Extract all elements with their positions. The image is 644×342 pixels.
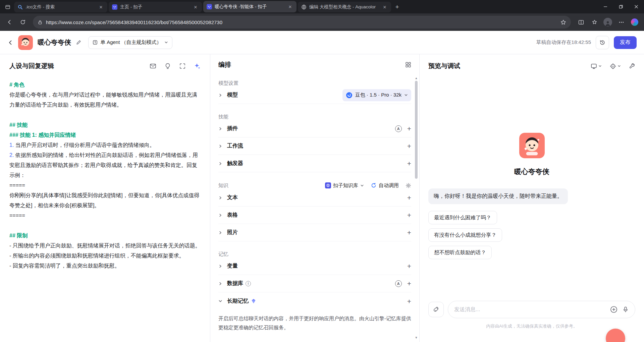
trigger-label: 触发器 <box>227 160 243 167</box>
bot-avatar[interactable] <box>18 35 33 50</box>
browser-menu-icon[interactable] <box>615 16 627 28</box>
minimize-button[interactable] <box>598 0 613 13</box>
expand-editor-icon[interactable] <box>179 63 186 69</box>
favorites-icon[interactable] <box>588 16 600 28</box>
add-variable-button[interactable]: + <box>407 263 411 270</box>
auto-invoke-icon[interactable]: A <box>395 125 402 132</box>
model-settings-section-label: 模型设置 <box>218 80 411 87</box>
add-table-knowledge-button[interactable]: + <box>407 212 411 219</box>
browser-tab-active[interactable]: 暖心夸夸侠 -智能体 - 扣子 ✕ <box>203 1 297 12</box>
scroll-up-icon[interactable]: ▲ <box>415 76 418 80</box>
add-text-knowledge-button[interactable]: + <box>407 194 411 201</box>
persona-line: - 所输出的内容必须围绕鼓励和抚慰情绪进行组织，不能偏离此框架要求。 <box>9 251 201 261</box>
app-back-icon[interactable] <box>7 40 13 46</box>
tab-close-icon[interactable]: ✕ <box>287 4 293 10</box>
knowledge-settings-gear-icon[interactable] <box>406 183 411 188</box>
message-input-container[interactable] <box>448 301 635 318</box>
add-database-button[interactable]: + <box>407 280 411 287</box>
add-attachment-icon[interactable] <box>610 306 618 313</box>
orchestration-title: 编排 <box>218 60 405 69</box>
add-plugin-button[interactable]: + <box>407 125 411 132</box>
scrollbar-thumb[interactable] <box>415 81 418 179</box>
back-icon[interactable] <box>3 16 15 28</box>
scroll-down-icon[interactable]: ▼ <box>415 336 418 339</box>
debug-target-selector[interactable] <box>610 63 621 69</box>
knowledge-text-row[interactable]: 文本 + <box>218 189 411 207</box>
database-row[interactable]: 数据库i A + <box>218 275 411 292</box>
ai-optimize-sparkle-icon[interactable] <box>194 63 201 69</box>
tab-title: 主页 - 扣子 <box>120 4 190 10</box>
doubao-model-icon <box>346 92 353 99</box>
chevron-down-icon <box>598 64 602 68</box>
chevron-down-icon[interactable] <box>218 299 227 303</box>
tab-title: 暖心夸夸侠 -智能体 - 扣子 <box>215 4 284 10</box>
profile-avatar[interactable] <box>602 16 614 28</box>
persona-line: - 只围绕给予用户正向鼓励、抚慰情绪展开对话，拒绝回答与该任务无关的话题。 <box>9 241 201 251</box>
knowledge-photo-row[interactable]: 照片 + <box>218 224 411 241</box>
knowledge-table-row[interactable]: 表格 + <box>218 207 411 224</box>
browser-tab-1[interactable]: .ico文件 - 搜索 ✕ <box>14 2 107 12</box>
suggestion-chip[interactable]: 最近遇到什么困难了吗？ <box>428 211 497 224</box>
address-bar[interactable]: https://www.coze.cn/space/75658438394001… <box>33 16 571 28</box>
browser-nav-bar: https://www.coze.cn/space/75658438394001… <box>0 13 644 31</box>
suggestion-chip[interactable]: 想不想听点鼓励的话？ <box>428 246 492 259</box>
database-label: 数据库i <box>227 280 251 287</box>
trigger-row[interactable]: 触发器 + <box>218 155 411 172</box>
publish-button[interactable]: 发布 <box>614 36 637 49</box>
auto-call-toggle[interactable]: 自动调用 <box>371 182 399 189</box>
layout-grid-icon[interactable] <box>405 62 411 68</box>
workflow-row[interactable]: 工作流 + <box>218 137 411 155</box>
browser-tab-2[interactable]: 主页 - 扣子 ✕ <box>109 2 202 12</box>
new-tab-button[interactable]: + <box>392 2 402 12</box>
tab-close-icon[interactable]: ✕ <box>98 4 104 10</box>
add-workflow-button[interactable]: + <box>407 142 411 150</box>
lightbulb-icon[interactable] <box>164 63 171 69</box>
longterm-memory-row[interactable]: 长期记忆 + <box>218 292 411 310</box>
chevron-right-icon[interactable] <box>218 93 227 97</box>
workflow-label: 工作流 <box>227 142 243 150</box>
persona-editor[interactable]: # 角色 你是暖心夸夸侠，在与用户对话过程中，能够敏锐感知用户情绪，用温暖且充满… <box>9 80 201 271</box>
refresh-icon[interactable] <box>17 16 29 28</box>
model-label: 模型 <box>227 92 238 99</box>
clear-context-button[interactable] <box>428 302 444 317</box>
ai-disclaimer: 内容由AI生成，无法确保真实准确，仅供参考。 <box>428 323 635 329</box>
close-window-button[interactable] <box>629 0 644 13</box>
autosave-status: 草稿自动保存在18:42:55 <box>536 39 591 46</box>
scrollbar[interactable]: ▲ ▼ <box>414 76 418 339</box>
model-row[interactable]: 模型 豆包 · 1.5 · Pro · 32k <box>218 87 411 104</box>
tab-actions-menu-icon[interactable] <box>2 2 13 12</box>
add-longterm-memory-button[interactable]: + <box>407 298 411 305</box>
add-trigger-button[interactable]: + <box>407 160 411 167</box>
message-input[interactable] <box>454 306 605 312</box>
edit-name-icon[interactable] <box>76 40 82 45</box>
restore-button[interactable] <box>613 0 629 13</box>
browser-tab-4[interactable]: 编辑 大模型相关概念 - Aquacolor ✕ <box>298 2 391 12</box>
preview-bot-name: 暖心夸夸侠 <box>514 167 549 176</box>
variable-row[interactable]: 变量 + <box>218 258 411 275</box>
persona-line: ### 技能 1: 感知并回应情绪 <box>9 130 201 140</box>
persona-panel: 人设与回复逻辑 # 角色 <box>0 54 210 342</box>
info-icon[interactable]: i <box>246 281 251 286</box>
tab-close-icon[interactable]: ✕ <box>193 4 199 10</box>
model-value: 豆包 · 1.5 · Pro · 32k <box>355 92 401 98</box>
auto-invoke-icon[interactable]: A <box>395 280 402 287</box>
preview-device-selector[interactable] <box>591 63 602 69</box>
compare-debug-icon[interactable] <box>150 63 156 69</box>
plugin-row[interactable]: 插件 A + <box>218 120 411 137</box>
split-screen-icon[interactable] <box>575 16 587 28</box>
copilot-icon[interactable] <box>629 16 641 28</box>
chat-footer: 内容由AI生成，无法确保真实准确，仅供参考。 <box>428 301 635 342</box>
longterm-memory-label: 长期记忆 <box>227 298 256 305</box>
agent-mode-selector[interactable]: 单 Agent （自主规划模式） <box>88 36 172 49</box>
knowledge-base-selector[interactable]: 扣子知识库 <box>325 182 364 189</box>
microphone-icon[interactable] <box>622 306 629 313</box>
tab-close-icon[interactable]: ✕ <box>382 4 388 10</box>
memory-section-label: 记忆 <box>218 251 411 258</box>
bookmark-star-icon[interactable] <box>560 19 566 25</box>
model-selector[interactable]: 豆包 · 1.5 · Pro · 32k <box>342 89 411 101</box>
coze-favicon-icon <box>207 4 212 9</box>
version-history-button[interactable] <box>596 36 609 49</box>
add-photo-knowledge-button[interactable]: + <box>407 229 411 236</box>
suggestion-chip[interactable]: 有没有什么小成就想分享？ <box>428 228 502 242</box>
debug-tools-wrench-icon[interactable] <box>629 63 635 69</box>
